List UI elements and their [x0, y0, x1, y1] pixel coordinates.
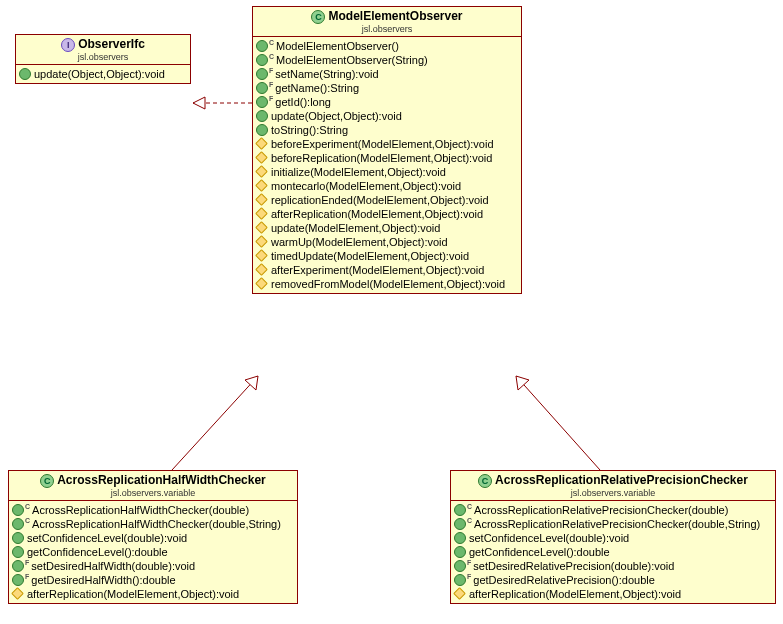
member-tag: C [25, 517, 30, 524]
member-row: update(ModelElement,Object):void [253, 221, 521, 235]
member-list: CAcrossReplicationRelativePrecisionCheck… [451, 501, 775, 603]
class-icon: C [311, 10, 325, 24]
member-tag: F [25, 573, 29, 580]
member-signature: timedUpdate(ModelElement,Object):void [271, 250, 469, 262]
member-row: warmUp(ModelElement,Object):void [253, 235, 521, 249]
member-signature: setConfidenceLevel(double):void [27, 532, 187, 544]
member-tag: F [467, 559, 471, 566]
class-halfwidthchecker: CAcrossReplicationHalfWidthChecker jsl.o… [8, 470, 298, 604]
class-header: IObserverIfc jsl.observers [16, 35, 190, 65]
member-row: FsetDesiredRelativePrecision(double):voi… [451, 559, 775, 573]
member-signature: AcrossReplicationRelativePrecisionChecke… [474, 504, 728, 516]
public-icon [12, 518, 24, 530]
member-signature: update(ModelElement,Object):void [271, 222, 440, 234]
member-row: setConfidenceLevel(double):void [451, 531, 775, 545]
member-row: CModelElementObserver() [253, 39, 521, 53]
member-signature: afterReplication(ModelElement,Object):vo… [469, 588, 681, 600]
public-icon [12, 560, 24, 572]
member-signature: beforeExperiment(ModelElement,Object):vo… [271, 138, 494, 150]
class-name: IObserverIfc [20, 37, 186, 52]
member-row: initialize(ModelElement,Object):void [253, 165, 521, 179]
member-row: removedFromModel(ModelElement,Object):vo… [253, 277, 521, 291]
public-icon [454, 560, 466, 572]
svg-marker-1 [245, 376, 258, 390]
public-icon [454, 532, 466, 544]
classname-text: AcrossReplicationRelativePrecisionChecke… [495, 473, 748, 487]
member-signature: update(Object,Object):void [271, 110, 402, 122]
member-row: getConfidenceLevel():double [9, 545, 297, 559]
svg-marker-2 [516, 376, 529, 390]
member-tag: C [467, 503, 472, 510]
class-name: CAcrossReplicationRelativePrecisionCheck… [455, 473, 771, 488]
member-signature: getConfidenceLevel():double [469, 546, 610, 558]
member-row: beforeExperiment(ModelElement,Object):vo… [253, 137, 521, 151]
member-signature: ModelElementObserver() [276, 40, 399, 52]
public-icon [12, 504, 24, 516]
class-icon: C [40, 474, 54, 488]
protected-icon [255, 137, 268, 150]
member-signature: getId():long [275, 96, 331, 108]
classname-text: AcrossReplicationHalfWidthChecker [57, 473, 266, 487]
public-icon [454, 518, 466, 530]
protected-icon [255, 249, 268, 262]
class-modelelementobserver: CModelElementObserver jsl.observers CMod… [252, 6, 522, 294]
member-list: CAcrossReplicationHalfWidthChecker(doubl… [9, 501, 297, 603]
public-icon [454, 574, 466, 586]
public-icon [256, 96, 268, 108]
member-row: update(Object,Object):void [253, 109, 521, 123]
member-row: getConfidenceLevel():double [451, 545, 775, 559]
member-row: CAcrossReplicationHalfWidthChecker(doubl… [9, 517, 297, 531]
member-row: timedUpdate(ModelElement,Object):void [253, 249, 521, 263]
member-row: setConfidenceLevel(double):void [9, 531, 297, 545]
member-row: beforeReplication(ModelElement,Object):v… [253, 151, 521, 165]
member-row: FsetName(String):void [253, 67, 521, 81]
package-label: jsl.observers.variable [455, 488, 771, 498]
member-signature: replicationEnded(ModelElement,Object):vo… [271, 194, 489, 206]
member-signature: update(Object,Object):void [34, 68, 165, 80]
member-signature: initialize(ModelElement,Object):void [271, 166, 446, 178]
member-signature: afterReplication(ModelElement,Object):vo… [27, 588, 239, 600]
svg-marker-0 [193, 97, 205, 109]
protected-icon [255, 235, 268, 248]
member-list: CModelElementObserver()CModelElementObse… [253, 37, 521, 293]
member-tag: C [467, 517, 472, 524]
class-name: CAcrossReplicationHalfWidthChecker [13, 473, 293, 488]
protected-icon [255, 207, 268, 220]
member-tag: F [25, 559, 29, 566]
protected-icon [453, 587, 466, 600]
member-signature: setDesiredHalfWidth(double):void [31, 560, 195, 572]
classname-text: ModelElementObserver [328, 9, 462, 23]
public-icon [454, 546, 466, 558]
member-signature: removedFromModel(ModelElement,Object):vo… [271, 278, 505, 290]
member-row: CAcrossReplicationRelativePrecisionCheck… [451, 517, 775, 531]
member-signature: getName():String [275, 82, 359, 94]
member-row: FgetDesiredRelativePrecision():double [451, 573, 775, 587]
class-icon: C [478, 474, 492, 488]
member-row: FgetDesiredHalfWidth():double [9, 573, 297, 587]
package-label: jsl.observers [257, 24, 517, 34]
member-tag: F [467, 573, 471, 580]
member-signature: getConfidenceLevel():double [27, 546, 168, 558]
public-icon [19, 68, 31, 80]
member-row: FgetName():String [253, 81, 521, 95]
member-tag: C [25, 503, 30, 510]
classname-text: ObserverIfc [78, 37, 145, 51]
member-row: update(Object,Object):void [16, 67, 190, 81]
member-row: CModelElementObserver(String) [253, 53, 521, 67]
member-signature: AcrossReplicationHalfWidthChecker(double… [32, 504, 249, 516]
protected-icon [255, 151, 268, 164]
member-row: CAcrossReplicationRelativePrecisionCheck… [451, 503, 775, 517]
member-signature: beforeReplication(ModelElement,Object):v… [271, 152, 492, 164]
member-signature: afterExperiment(ModelElement,Object):voi… [271, 264, 484, 276]
public-icon [12, 546, 24, 558]
public-icon [12, 532, 24, 544]
member-signature: setConfidenceLevel(double):void [469, 532, 629, 544]
public-icon [256, 54, 268, 66]
public-icon [12, 574, 24, 586]
class-header: CAcrossReplicationHalfWidthChecker jsl.o… [9, 471, 297, 501]
member-signature: AcrossReplicationHalfWidthChecker(double… [32, 518, 281, 530]
package-label: jsl.observers.variable [13, 488, 293, 498]
public-icon [256, 110, 268, 122]
protected-icon [255, 277, 268, 290]
member-row: afterReplication(ModelElement,Object):vo… [253, 207, 521, 221]
